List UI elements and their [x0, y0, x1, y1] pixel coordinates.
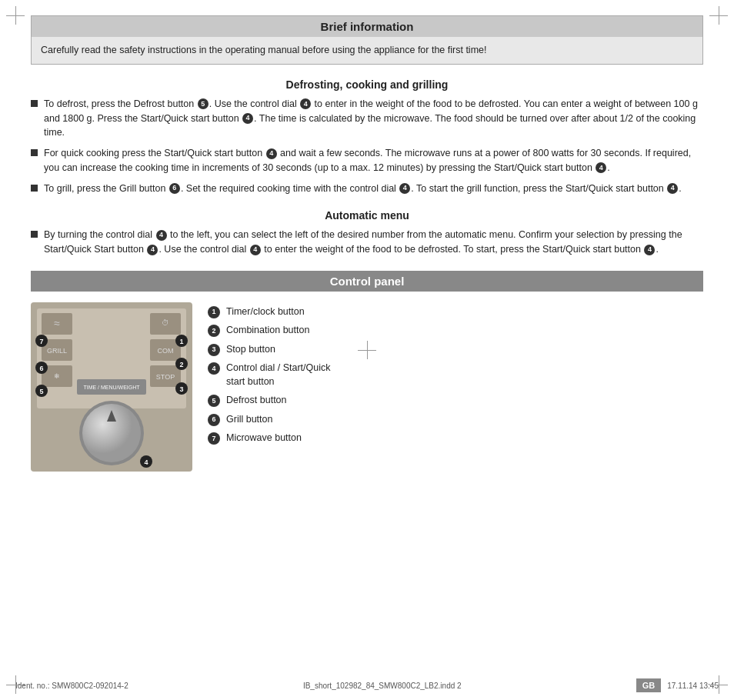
- bullet-text-1: To defrost, press the Defrost button 5. …: [44, 97, 703, 140]
- legend-label-3: Stop button: [226, 343, 275, 357]
- legend-label-6: Grill button: [226, 413, 272, 427]
- legend-label-7: Microwave button: [226, 432, 302, 445]
- legend-label-4: Control dial / Start/Quickstart button: [226, 362, 330, 388]
- legend-label-1: Timer/clock button: [226, 305, 305, 319]
- legend-item-7: 7 Microwave button: [208, 432, 703, 445]
- brief-info-box: Brief information Carefully read the saf…: [31, 15, 703, 65]
- svg-text:7: 7: [39, 338, 43, 345]
- svg-text:COM: COM: [158, 347, 174, 355]
- page: Brief information Carefully read the saf…: [0, 0, 734, 700]
- footer-lang: GB: [636, 678, 662, 692]
- svg-text:4: 4: [144, 458, 148, 466]
- defrost-section: Defrosting, cooking and grilling To defr…: [31, 78, 703, 196]
- svg-text:1: 1: [179, 338, 183, 345]
- bullet-item-3: To grill, press the Grill button 6. Set …: [31, 182, 703, 196]
- bullet-text-2: For quick cooking press the Start/Quick …: [44, 146, 703, 175]
- auto-bullet-1: By turning the control dial 4 to the lef…: [31, 228, 703, 257]
- legend-label-5: Defrost button: [226, 394, 287, 408]
- automatic-title: Automatic menu: [31, 209, 703, 222]
- svg-text:❄: ❄: [54, 372, 60, 380]
- bullet-icon-1: [31, 100, 38, 107]
- control-panel-title: Control panel: [31, 271, 703, 292]
- footer-file: IB_short_102982_84_SMW800C2_LB2.indd 2: [303, 682, 462, 690]
- num-4-inline-d: 4: [596, 162, 606, 173]
- legend-item-6: 6 Grill button: [208, 413, 703, 427]
- svg-text:5: 5: [39, 388, 43, 395]
- control-panel-diagram: ≈ ⏱ COM GRILL ❄ STOP: [31, 302, 192, 472]
- bullet-item-1: To defrost, press the Defrost button 5. …: [31, 97, 703, 140]
- legend-badge-1: 1: [208, 306, 220, 318]
- control-panel-content: ≈ ⏱ COM GRILL ❄ STOP: [31, 302, 703, 472]
- num-4-auto-b: 4: [147, 245, 158, 255]
- brief-info-title: Brief information: [32, 16, 702, 37]
- footer-date: 17.11.14 13:45: [667, 682, 719, 690]
- num-6-inline: 6: [169, 183, 180, 194]
- control-panel-section: Control panel ≈ ⏱: [31, 271, 703, 472]
- auto-bullet-icon: [31, 231, 38, 238]
- legend-badge-5: 5: [208, 395, 220, 407]
- svg-text:STOP: STOP: [156, 373, 175, 381]
- footer-ident: Ident. no.: SMW800C2-092014-2: [15, 682, 128, 690]
- svg-text:2: 2: [179, 361, 183, 368]
- automatic-section: Automatic menu By turning the control di…: [31, 209, 703, 257]
- bullet-icon-2: [31, 149, 38, 156]
- legend-badge-6: 6: [208, 414, 220, 426]
- num-4-inline-c: 4: [266, 148, 277, 159]
- crosshair-top-left: [6, 6, 25, 25]
- num-4-inline-b: 4: [242, 113, 253, 124]
- svg-text:3: 3: [179, 385, 183, 393]
- legend-list: 1 Timer/clock button 2 Combination butto…: [208, 305, 703, 445]
- svg-text:≈: ≈: [54, 317, 60, 329]
- svg-text:TIME / MENU/WEIGHT: TIME / MENU/WEIGHT: [83, 385, 140, 390]
- num-4-inline-f: 4: [667, 183, 678, 194]
- svg-text:⏱: ⏱: [162, 318, 169, 327]
- num-4-auto-c: 4: [250, 245, 261, 255]
- legend-container: 1 Timer/clock button 2 Combination butto…: [208, 302, 703, 451]
- panel-svg: ≈ ⏱ COM GRILL ❄ STOP: [31, 302, 192, 472]
- num-4-inline-a: 4: [300, 98, 311, 109]
- legend-item-4: 4 Control dial / Start/Quickstart button: [208, 362, 703, 388]
- legend-badge-4: 4: [208, 362, 220, 375]
- bullet-icon-3: [31, 185, 38, 192]
- num-5-inline: 5: [198, 98, 209, 109]
- auto-bullet-text: By turning the control dial 4 to the lef…: [44, 228, 703, 257]
- legend-item-1: 1 Timer/clock button: [208, 305, 703, 319]
- legend-badge-7: 7: [208, 432, 220, 445]
- num-4-auto-a: 4: [156, 230, 167, 241]
- bullet-item-2: For quick cooking press the Start/Quick …: [31, 146, 703, 175]
- legend-badge-3: 3: [208, 344, 220, 356]
- bullet-text-3: To grill, press the Grill button 6. Set …: [44, 182, 703, 196]
- legend-badge-2: 2: [208, 325, 220, 337]
- svg-text:6: 6: [39, 365, 43, 372]
- legend-item-3: 3 Stop button: [208, 343, 703, 357]
- legend-item-2: 2 Combination button: [208, 324, 703, 338]
- num-4-inline-e: 4: [399, 183, 410, 194]
- num-4-auto-d: 4: [644, 245, 655, 255]
- crosshair-top-right: [709, 6, 728, 25]
- legend-item-5: 5 Defrost button: [208, 394, 703, 408]
- brief-info-body: Carefully read the safety instructions i…: [32, 37, 702, 64]
- svg-text:GRILL: GRILL: [47, 347, 67, 355]
- defrost-title: Defrosting, cooking and grilling: [31, 78, 703, 91]
- legend-label-2: Combination button: [226, 324, 309, 338]
- footer: Ident. no.: SMW800C2-092014-2 IB_short_1…: [0, 678, 734, 692]
